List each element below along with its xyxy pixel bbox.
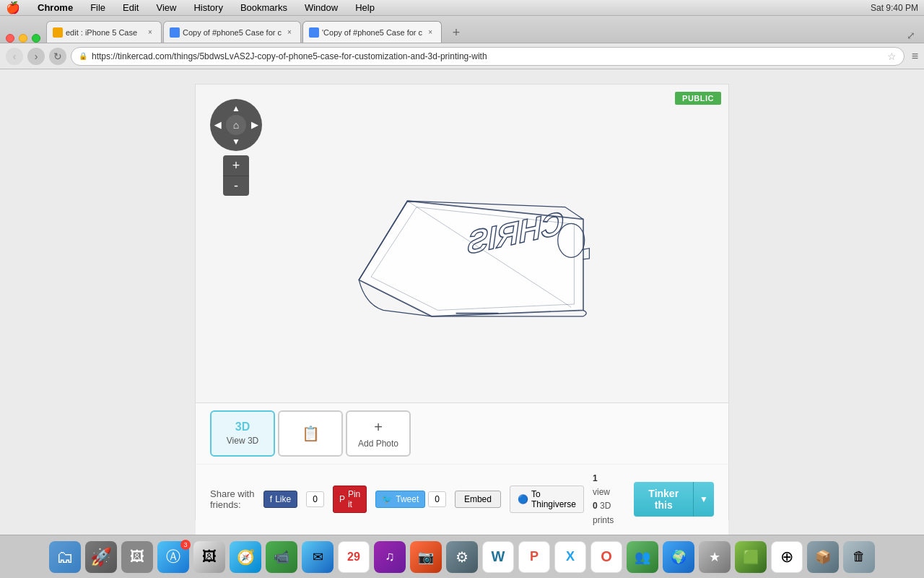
- window-close-button[interactable]: [6, 34, 14, 43]
- sketches-button[interactable]: 📋: [278, 410, 343, 457]
- like-label: Like: [275, 494, 291, 504]
- add-photo-button[interactable]: + Add Photo: [346, 410, 411, 457]
- tinker-dropdown-button[interactable]: ▼: [693, 482, 714, 517]
- dock-item-trash[interactable]: 🗑: [843, 541, 875, 573]
- dock-item-pen[interactable]: P: [518, 541, 550, 573]
- zoom-out-button[interactable]: -: [223, 176, 249, 196]
- 3d-icon: 3D: [235, 421, 250, 433]
- tab-1-close[interactable]: ×: [145, 27, 155, 38]
- menu-icon[interactable]: ≡: [912, 50, 918, 63]
- tab-1-favicon: [53, 27, 63, 38]
- dock-item-photos[interactable]: 🖼: [121, 541, 153, 573]
- view-3d-button[interactable]: 3D View 3D: [210, 410, 275, 457]
- dock-item-star[interactable]: ★: [699, 541, 731, 573]
- share-label: Share with friends:: [210, 488, 255, 510]
- dock: 🗂 🚀 🖼 Ⓐ 3 🖼 🧭 📹 ✉ 29 ♫ 📷 ⚙ W P X O 👥 🌍 ★…: [0, 535, 924, 578]
- pan-down-button[interactable]: ▼: [232, 137, 240, 147]
- dock-item-chrome[interactable]: ⊕: [771, 541, 803, 573]
- reload-button[interactable]: ↻: [49, 48, 66, 65]
- tab-2[interactable]: Copy of #phone5 Case for c ×: [163, 21, 301, 43]
- tweet-label: Tweet: [396, 494, 419, 504]
- dock-item-safari[interactable]: 🧭: [230, 541, 261, 573]
- pan-left-button[interactable]: ◀: [214, 120, 221, 130]
- menu-help[interactable]: Help: [352, 2, 378, 13]
- pan-right-button[interactable]: ▶: [251, 120, 258, 130]
- twitter-icon: 🐦: [382, 494, 393, 504]
- apple-menu[interactable]: 🍎: [6, 1, 20, 14]
- tinker-this-button[interactable]: Tinker this: [634, 482, 693, 517]
- menu-file[interactable]: File: [87, 2, 108, 13]
- dock-item-mail[interactable]: ✉: [302, 541, 334, 573]
- tab-3-close[interactable]: ×: [425, 27, 435, 38]
- dock-item-launchpad[interactable]: 🚀: [85, 541, 117, 573]
- tab-2-close[interactable]: ×: [284, 27, 295, 38]
- zoom-in-button[interactable]: +: [223, 155, 249, 176]
- model-area[interactable]: CHRIS: [196, 85, 728, 402]
- menu-edit[interactable]: Edit: [120, 2, 141, 13]
- facebook-icon: f: [270, 494, 272, 504]
- thingiverse-label: To Thingiverse: [531, 489, 576, 509]
- dock-item-finder[interactable]: 🗂: [49, 541, 81, 573]
- nav-controls: ▲ ▼ ◀ ▶ ⌂ + -: [210, 99, 262, 196]
- dock-item-zero[interactable]: O: [590, 541, 622, 573]
- thingiverse-button[interactable]: 🔵 To Thingiverse: [510, 486, 584, 513]
- dock-item-installer[interactable]: 📦: [807, 541, 839, 573]
- appstore-badge: 3: [180, 540, 191, 550]
- tinkercad-container: PUBLIC ▲ ▼ ◀ ▶ ⌂ + -: [195, 84, 729, 520]
- public-badge: PUBLIC: [675, 92, 721, 105]
- dock-item-settings[interactable]: ⚙: [446, 541, 478, 573]
- thingiverse-icon: 🔵: [518, 494, 528, 504]
- window-minimize-button[interactable]: [19, 34, 27, 43]
- directional-pad: ▲ ▼ ◀ ▶ ⌂: [210, 99, 262, 151]
- back-button[interactable]: ‹: [6, 48, 23, 65]
- menu-window[interactable]: Window: [302, 2, 341, 13]
- pinterest-button[interactable]: P Pin it: [333, 486, 367, 513]
- menu-bookmarks[interactable]: Bookmarks: [237, 2, 290, 13]
- window-maximize-button[interactable]: [32, 34, 40, 43]
- window-resize-icon: ⤢: [904, 28, 918, 43]
- share-section: Share with friends: f Like 0 P Pin it 🐦 …: [196, 464, 728, 535]
- dock-item-globe[interactable]: 🌍: [663, 541, 694, 573]
- stats-section: 1 view 0 3D prints: [593, 472, 616, 527]
- menu-bar: 🍎 Chrome File Edit View History Bookmark…: [0, 0, 924, 16]
- dock-item-facetime[interactable]: 📹: [266, 541, 297, 573]
- tab-2-favicon: [170, 27, 180, 38]
- forward-button[interactable]: ›: [27, 48, 45, 65]
- url-bar[interactable]: 🔒 https://tinkercad.com/things/5bdwsLvAS…: [71, 47, 905, 66]
- dock-item-itunes[interactable]: ♫: [374, 541, 406, 573]
- dock-item-preview[interactable]: 🖼: [193, 541, 225, 573]
- address-bar: ‹ › ↻ 🔒 https://tinkercad.com/things/5bd…: [0, 43, 924, 69]
- dock-item-iphoto[interactable]: 📷: [410, 541, 442, 573]
- home-button[interactable]: ⌂: [226, 115, 246, 135]
- dock-item-minecraft[interactable]: 🟩: [735, 541, 767, 573]
- tab-3[interactable]: 'Copy of #phone5 Case for c ×: [302, 21, 442, 43]
- embed-button[interactable]: Embed: [455, 491, 501, 508]
- menu-history[interactable]: History: [191, 2, 225, 13]
- pan-up-button[interactable]: ▲: [232, 103, 240, 113]
- dock-item-friends[interactable]: 👥: [627, 541, 658, 573]
- menu-time: Sat 9:40 PM: [871, 3, 918, 13]
- menu-chrome[interactable]: Chrome: [35, 2, 76, 13]
- tab-3-title: 'Copy of #phone5 Case for c: [322, 28, 422, 37]
- tweet-count: 0: [428, 491, 446, 507]
- menu-view[interactable]: View: [153, 2, 179, 13]
- lock-icon: 🔒: [79, 52, 87, 60]
- facebook-like-button[interactable]: f Like: [263, 491, 297, 508]
- pinit-label: Pin it: [348, 489, 360, 509]
- prints-stat: 0 3D prints: [593, 499, 616, 527]
- home-icon: ⌂: [233, 119, 239, 131]
- bookmark-star-icon[interactable]: ☆: [887, 51, 897, 62]
- tinker-button-wrap: Tinker this ▼: [634, 482, 714, 517]
- new-tab-button[interactable]: +: [446, 22, 466, 43]
- like-count: 0: [306, 491, 324, 507]
- dock-item-appstore[interactable]: Ⓐ 3: [157, 541, 189, 573]
- tab-1[interactable]: edit : iPhone 5 Case ×: [46, 21, 162, 43]
- dock-item-x[interactable]: X: [554, 541, 586, 573]
- tab-3-favicon: [309, 27, 319, 38]
- views-label: view: [593, 487, 610, 497]
- dock-item-wp[interactable]: W: [482, 541, 514, 573]
- twitter-tweet-button[interactable]: 🐦 Tweet: [375, 491, 425, 508]
- views-stat: 1 view: [593, 472, 616, 499]
- views-count: 1: [593, 473, 598, 483]
- dock-item-calendar[interactable]: 29: [338, 541, 370, 573]
